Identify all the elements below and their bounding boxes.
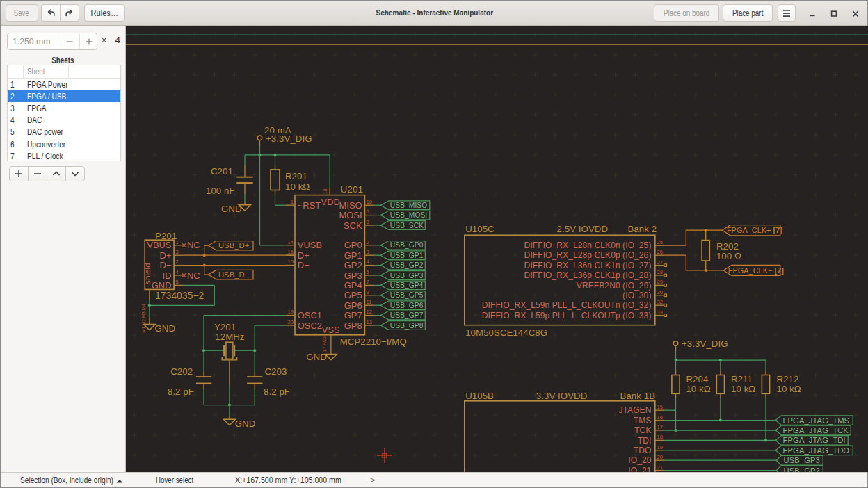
- svg-text:GND: GND: [306, 352, 327, 362]
- svg-text:9: 9: [366, 289, 369, 295]
- svg-text:DIFFIO_RX_L28p CLK0p (IO_26): DIFFIO_RX_L28p CLK0p (IO_26): [524, 250, 652, 260]
- svg-text:USB_GP2: USB_GP2: [784, 466, 820, 472]
- svg-text:2.5V IOVDD: 2.5V IOVDD: [557, 224, 609, 234]
- svg-text:20: 20: [657, 454, 664, 460]
- svg-text:10M50SCE144C8G: 10M50SCE144C8G: [465, 327, 547, 338]
- svg-text:FPGA_CLK− [7]: FPGA_CLK− [7]: [728, 266, 784, 275]
- svg-text:USB_GP8: USB_GP8: [390, 322, 424, 330]
- svg-text:10: 10: [366, 199, 372, 205]
- svg-text:FPGA_JTAG_TCK: FPGA_JTAG_TCK: [783, 426, 849, 434]
- svg-text:28: 28: [657, 269, 664, 275]
- svg-text:USB_MOSI: USB_MOSI: [390, 211, 427, 219]
- svg-text:USB_GP6: USB_GP6: [390, 302, 424, 309]
- svg-text:TCK: TCK: [634, 425, 651, 435]
- svg-text:3.3V IOVDD: 3.3V IOVDD: [536, 391, 588, 401]
- svg-text:12MHz: 12MHz: [215, 332, 244, 342]
- svg-text:32: 32: [657, 299, 664, 305]
- svg-text:20: 20: [287, 319, 294, 325]
- svg-text:GND: GND: [152, 280, 172, 291]
- svg-text:D−: D−: [298, 260, 310, 270]
- svg-text:TDI: TDI: [638, 436, 652, 446]
- svg-text:VUSB: VUSB: [298, 240, 322, 250]
- svg-text:GND: GND: [221, 204, 242, 214]
- svg-text:19: 19: [657, 444, 664, 450]
- svg-text:4: 4: [176, 269, 179, 275]
- svg-text:D−: D−: [160, 260, 172, 270]
- svg-text:+3.3V_DIG: +3.3V_DIG: [266, 133, 312, 144]
- svg-text:19: 19: [287, 309, 294, 315]
- svg-text:USB_GP3: USB_GP3: [784, 456, 820, 464]
- svg-text:JTAGEN: JTAGEN: [618, 405, 651, 415]
- svg-text:GP4: GP4: [344, 280, 362, 291]
- svg-text:30: 30: [657, 289, 664, 295]
- svg-text:26: 26: [657, 249, 664, 255]
- svg-text:+3.3V_DIG: +3.3V_DIG: [682, 339, 728, 349]
- svg-text:10 kΩ: 10 kΩ: [686, 384, 710, 394]
- svg-text:USB_GP3: USB_GP3: [390, 272, 424, 279]
- svg-text:D+: D+: [160, 250, 172, 261]
- svg-text:12: 12: [366, 309, 372, 315]
- svg-text:VDD: VDD: [321, 197, 340, 207]
- svg-text:GND: GND: [155, 323, 176, 334]
- svg-text:USB_GP2: USB_GP2: [390, 261, 424, 269]
- svg-text:FPGA_CLK+ [7]: FPGA_CLK+ [7]: [727, 226, 782, 234]
- svg-text:USB_GP1: USB_GP1: [390, 252, 424, 259]
- svg-text:(IO_30): (IO_30): [622, 291, 651, 300]
- svg-text:USB_GP7: USB_GP7: [390, 311, 424, 319]
- svg-text:ID: ID: [163, 270, 172, 281]
- svg-text:VSS: VSS: [322, 325, 340, 335]
- svg-text:NC: NC: [187, 270, 200, 281]
- svg-text:GP3: GP3: [344, 270, 362, 281]
- svg-text:10 kΩ: 10 kΩ: [731, 384, 755, 394]
- svg-text:USB_GP0: USB_GP0: [390, 241, 424, 249]
- svg-text:6: 6: [366, 209, 369, 215]
- svg-text:GP0: GP0: [344, 240, 362, 250]
- svg-text:shield: shield: [143, 263, 152, 284]
- svg-text:USB_D+: USB_D+: [218, 241, 249, 250]
- svg-text:~RST: ~RST: [298, 200, 321, 211]
- svg-text:2: 2: [366, 239, 369, 245]
- svg-text:DIFFIO_RX_L59n PLL_L_CLKOUTn (: DIFFIO_RX_L59n PLL_L_CLKOUTn (IO_32): [482, 300, 652, 310]
- svg-text:3: 3: [366, 249, 369, 255]
- svg-text:R211: R211: [731, 374, 753, 384]
- svg-text:R204: R204: [686, 374, 708, 384]
- svg-text:4: 4: [366, 259, 369, 265]
- svg-text:U105B: U105B: [465, 391, 494, 401]
- svg-text:USB_MISO: USB_MISO: [390, 202, 427, 209]
- svg-text:3: 3: [176, 249, 179, 255]
- svg-text:GND: GND: [235, 418, 256, 429]
- svg-text:USB_D−: USB_D−: [218, 270, 249, 279]
- svg-text:FPGA_JTAG_TMS: FPGA_JTAG_TMS: [783, 416, 850, 425]
- svg-text:R201: R201: [285, 171, 307, 181]
- svg-text:1: 1: [176, 239, 179, 245]
- svg-text:100 nF: 100 nF: [206, 186, 235, 196]
- svg-text:29: 29: [657, 279, 664, 285]
- svg-text:16: 16: [657, 414, 664, 421]
- svg-text:8.2 pF: 8.2 pF: [264, 387, 290, 397]
- svg-text:15: 15: [657, 404, 664, 410]
- svg-text:21: 21: [657, 464, 664, 471]
- svg-text:13: 13: [366, 319, 372, 325]
- svg-text:5: 5: [176, 279, 179, 285]
- svg-text:USB_SCK: USB_SCK: [390, 222, 424, 229]
- svg-text:TMS: TMS: [634, 416, 652, 425]
- svg-text:DIFFIO_RX_L28n CLK0n (IO_25): DIFFIO_RX_L28n CLK0n (IO_25): [524, 241, 652, 250]
- svg-text:USB_GP4: USB_GP4: [390, 282, 424, 289]
- svg-text:DIFFIO_RX_L36p CLK1p (IO_28): DIFFIO_RX_L36p CLK1p (IO_28): [524, 270, 652, 280]
- svg-text:GP8: GP8: [344, 320, 362, 331]
- svg-text:5: 5: [366, 269, 369, 275]
- svg-text:IO_21: IO_21: [628, 466, 651, 472]
- svg-text:17: 17: [657, 424, 664, 430]
- svg-text:MISO: MISO: [339, 200, 362, 211]
- svg-text:Bank 1B: Bank 1B: [620, 391, 656, 401]
- svg-text:DIFFIO_RX_L36n CLK1n (IO_27): DIFFIO_RX_L36n CLK1n (IO_27): [524, 261, 652, 270]
- svg-text:C201: C201: [211, 166, 233, 177]
- svg-text:U105C: U105C: [465, 224, 495, 234]
- svg-text:10 kΩ: 10 kΩ: [285, 181, 310, 192]
- svg-text:OSC1: OSC1: [298, 310, 322, 320]
- svg-text:100 Ω: 100 Ω: [716, 251, 741, 261]
- svg-text:GP6: GP6: [344, 300, 362, 311]
- svg-text:14: 14: [287, 239, 294, 245]
- svg-text:VBUS: VBUS: [147, 240, 171, 250]
- svg-text:NC: NC: [187, 240, 200, 250]
